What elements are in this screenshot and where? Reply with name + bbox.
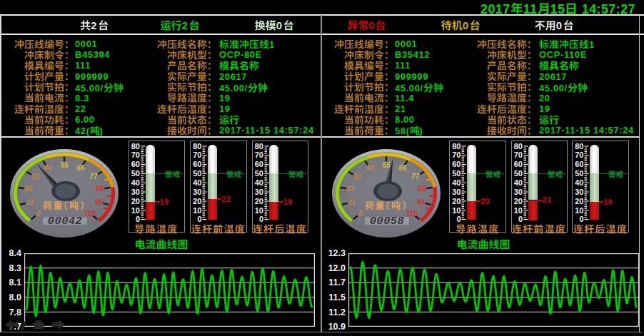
svg-text:0: 0: [37, 210, 41, 218]
svg-text:88: 88: [418, 185, 426, 193]
svg-text:11: 11: [348, 198, 356, 206]
svg-text:99: 99: [416, 198, 425, 206]
svg-text:88: 88: [96, 185, 104, 193]
svg-text:00042: 00042: [48, 215, 83, 228]
svg-text:66: 66: [398, 164, 407, 172]
svg-text:22: 22: [24, 185, 34, 193]
svg-text:99: 99: [94, 198, 103, 206]
svg-text:77: 77: [411, 173, 420, 180]
svg-text:44: 44: [44, 164, 53, 172]
svg-text:00058: 00058: [370, 215, 405, 228]
svg-text:77: 77: [89, 173, 98, 180]
svg-text:33: 33: [353, 173, 362, 180]
svg-text:11: 11: [26, 198, 34, 206]
svg-text:44: 44: [366, 164, 375, 172]
svg-text:55: 55: [60, 161, 69, 169]
svg-text:55: 55: [382, 161, 391, 169]
svg-text:22: 22: [346, 185, 356, 193]
svg-text:66: 66: [76, 164, 85, 172]
svg-text:0: 0: [359, 210, 363, 218]
svg-text:33: 33: [31, 173, 40, 180]
